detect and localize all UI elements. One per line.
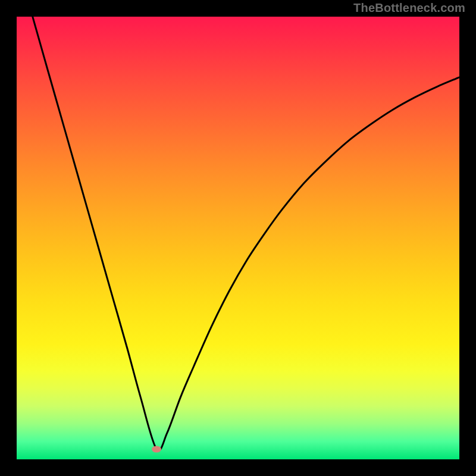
watermark-text: TheBottleneck.com	[353, 1, 465, 15]
chart-frame: TheBottleneck.com	[0, 0, 476, 476]
optimal-point-marker	[152, 446, 161, 452]
plot-area	[17, 17, 459, 459]
bottleneck-curve	[17, 17, 459, 459]
